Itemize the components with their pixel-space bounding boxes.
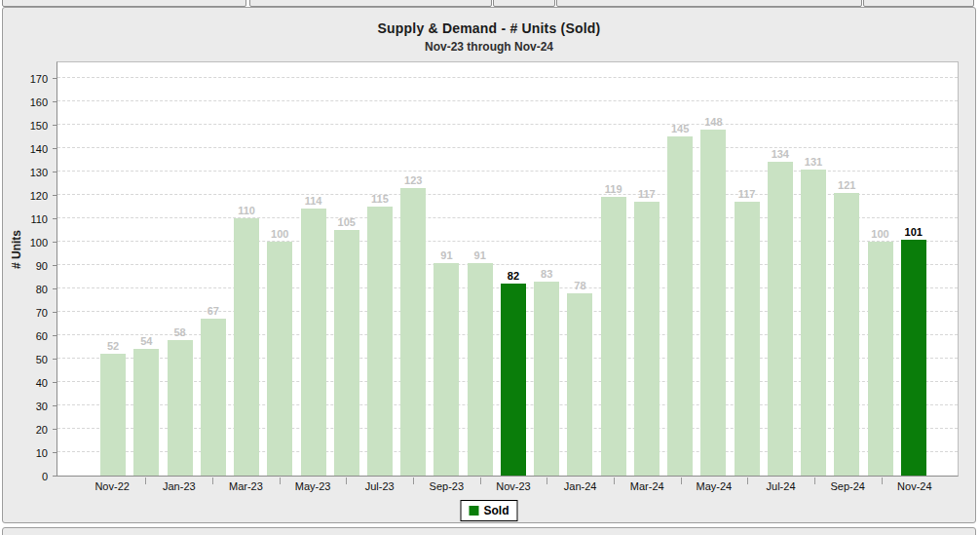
x-tick-label: Mar-23 — [229, 480, 263, 492]
bar-slot-jan-24: 78 — [563, 280, 596, 476]
x-tick-label: May-24 — [697, 480, 733, 492]
x-tick-mark — [480, 478, 481, 484]
bar-jul-23 — [367, 207, 393, 476]
y-tick-label: 130 — [9, 167, 48, 178]
legend: Sold — [461, 500, 518, 521]
x-tick-label: Jul-24 — [767, 480, 796, 492]
bottom-panel-fragment — [2, 527, 976, 535]
y-tick-label: 60 — [9, 330, 48, 342]
bar-value-label: 110 — [238, 205, 255, 216]
bar-slot-apr-24: 145 — [663, 123, 697, 476]
bar-value-label: 145 — [671, 123, 689, 134]
bar-slot-mar-23: 110 — [230, 205, 263, 476]
bar-value-label: 100 — [271, 228, 288, 240]
bar-value-label: 134 — [772, 148, 789, 160]
bar-slot-jan-23: 58 — [163, 326, 196, 476]
y-tick-label: 80 — [9, 284, 48, 295]
x-tick-mark — [346, 478, 347, 484]
bar-slot-nov-23: 82 — [497, 270, 530, 476]
bar-value-label: 91 — [474, 249, 486, 261]
bar-aug-23 — [400, 188, 426, 476]
x-tick-mark — [747, 478, 748, 484]
bar-sep-24 — [834, 193, 859, 476]
x-tick-mark — [145, 478, 146, 484]
y-tick-label: 40 — [9, 377, 48, 389]
bar-value-label: 78 — [574, 280, 585, 291]
bar-value-label: 115 — [371, 193, 389, 205]
bar-jun-23 — [334, 230, 359, 476]
x-tick-mark — [882, 478, 883, 484]
bar-jul-24 — [768, 162, 793, 476]
bar-value-label: 121 — [838, 179, 855, 191]
x-tick-label: Nov-24 — [897, 480, 931, 492]
bar-slot-apr-23: 100 — [263, 228, 296, 476]
bar-slot-oct-23: 91 — [464, 249, 497, 476]
x-tick-label: Mar-24 — [630, 480, 664, 492]
bar-slot-oct-24: 100 — [863, 228, 896, 476]
top-toolbar-fragment — [493, 0, 555, 7]
bar-slot-feb-24: 119 — [597, 183, 630, 476]
legend-swatch-sold — [470, 506, 479, 516]
y-tick-label: 50 — [9, 354, 48, 365]
bar-feb-24 — [601, 197, 626, 476]
bar-slot-nov-24: 101 — [897, 226, 930, 476]
y-tick-label: 170 — [9, 73, 48, 85]
x-tick-mark — [614, 478, 615, 484]
bar-aug-24 — [801, 170, 826, 476]
bar-slot-dec-22: 54 — [130, 335, 163, 476]
x-tick-label: Jan-24 — [564, 480, 597, 492]
bar-value-label: 117 — [738, 188, 756, 200]
x-tick-mark — [212, 478, 213, 484]
legend-label-sold: Sold — [484, 504, 509, 517]
bar-slot-jul-24: 134 — [764, 148, 797, 476]
x-tick-mark — [413, 478, 414, 484]
x-tick-mark — [681, 478, 682, 484]
bar-slot-may-23: 114 — [296, 195, 329, 476]
bar-slot-feb-23: 67 — [197, 305, 230, 476]
bar-nov-24 — [901, 240, 926, 476]
chart-panel: Supply & Demand - # Units (Sold) Nov-23 … — [2, 7, 976, 523]
y-tick-label: 150 — [9, 120, 48, 132]
bar-may-24 — [700, 130, 726, 476]
bar-dec-23 — [534, 282, 559, 476]
bar-slot-dec-23: 83 — [530, 268, 563, 476]
plot-area: 5254586711010011410511512391918283781191… — [57, 61, 959, 477]
bar-mar-23 — [234, 218, 259, 476]
bar-nov-23 — [501, 284, 526, 476]
x-tick-mark — [814, 478, 815, 484]
chart-subtitle: Nov-23 through Nov-24 — [3, 40, 975, 54]
bar-value-label: 123 — [404, 174, 422, 186]
bar-value-label: 114 — [305, 195, 322, 207]
bar-value-label: 58 — [173, 326, 185, 338]
x-tick-label: Jan-23 — [163, 480, 196, 492]
chart-title: Supply & Demand - # Units (Sold) — [3, 20, 975, 36]
top-toolbar-fragment — [249, 0, 492, 7]
bar-slot-aug-24: 131 — [797, 156, 830, 476]
y-tick-label: 10 — [9, 447, 48, 459]
bar-oct-24 — [868, 242, 893, 476]
bar-value-label: 119 — [605, 183, 622, 195]
bar-value-label: 100 — [871, 228, 888, 240]
y-tick-label: 30 — [9, 401, 48, 412]
bar-oct-23 — [468, 263, 493, 476]
bar-slot-sep-23: 91 — [430, 249, 463, 476]
y-axis-ticks: 0102030405060708090100110120130140150160… — [3, 61, 57, 477]
bar-slot-may-24: 148 — [697, 116, 730, 476]
bar-slot-mar-24: 117 — [630, 188, 663, 476]
bar-jan-23 — [168, 340, 193, 476]
bar-slot-aug-23: 123 — [396, 174, 430, 476]
x-tick-label: Nov-22 — [94, 480, 129, 492]
bar-sep-23 — [433, 263, 459, 476]
bar-value-label: 131 — [805, 156, 822, 168]
bar-value-label: 67 — [207, 305, 219, 317]
bar-slot-jul-23: 115 — [363, 193, 396, 476]
bar-slot-jun-24: 117 — [730, 188, 763, 476]
bar-value-label: 83 — [541, 268, 552, 280]
x-tick-label: Jul-23 — [365, 480, 395, 492]
bar-dec-22 — [133, 349, 159, 476]
bar-value-label: 54 — [140, 335, 152, 347]
bar-slot-nov-22: 52 — [96, 340, 130, 476]
y-tick-label: 110 — [9, 213, 48, 225]
bars-row: 5254586711010011410511512391918283781191… — [96, 62, 930, 476]
x-tick-mark — [547, 478, 547, 484]
